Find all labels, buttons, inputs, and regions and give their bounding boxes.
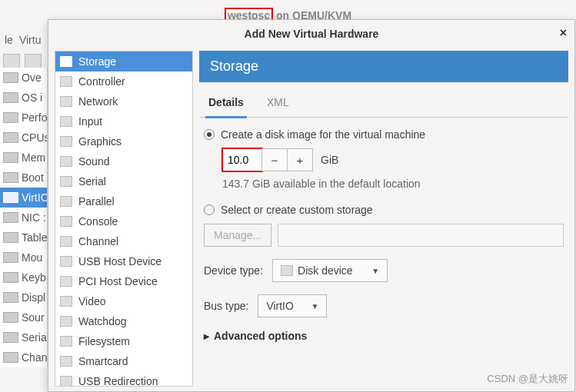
device-icon <box>3 112 18 123</box>
category-item[interactable]: Watchdog <box>55 311 192 331</box>
device-icon <box>3 292 18 303</box>
category-item[interactable]: Smartcard <box>55 351 192 371</box>
category-item[interactable]: Parallel <box>55 191 192 211</box>
category-icon <box>60 256 72 267</box>
hardware-category-list[interactable]: StorageControllerNetworkInputGraphicsSou… <box>55 51 193 387</box>
category-item[interactable]: Filesystem <box>55 331 192 351</box>
tab-xml[interactable]: XML <box>264 90 292 117</box>
create-disk-label: Create a disk image for the virtual mach… <box>221 128 425 141</box>
bulb-icon[interactable] <box>25 54 42 69</box>
parent-sidebar-item[interactable]: Ove <box>0 68 47 88</box>
category-icon <box>60 116 72 127</box>
category-icon <box>60 96 72 107</box>
size-unit: GiB <box>321 154 338 166</box>
monitor-icon[interactable] <box>3 54 20 69</box>
parent-sidebar-item[interactable]: Keyb <box>0 267 47 287</box>
parent-sidebar-item[interactable]: Displ <box>0 287 47 307</box>
category-icon <box>60 76 72 87</box>
parent-toolbar <box>3 54 42 69</box>
tab-bar: Details XML <box>199 90 568 118</box>
device-icon <box>3 352 18 363</box>
category-icon <box>60 136 72 147</box>
category-icon <box>60 156 72 167</box>
manage-button[interactable]: Manage... <box>204 224 271 247</box>
category-item[interactable]: Serial <box>55 171 192 191</box>
category-icon <box>60 376 72 387</box>
category-icon <box>60 196 72 207</box>
device-icon <box>3 132 18 143</box>
custom-storage-label: Select or create custom storage <box>221 204 373 216</box>
chevron-right-icon: ▸ <box>204 330 209 342</box>
section-header: Storage <box>199 51 568 82</box>
category-item[interactable]: Graphics <box>55 131 192 151</box>
device-icon <box>3 252 18 263</box>
parent-sidebar-item[interactable]: Perfo <box>0 108 47 128</box>
custom-storage-option[interactable]: Select or create custom storage <box>204 204 564 216</box>
tab-details[interactable]: Details <box>205 90 247 118</box>
radio-icon[interactable] <box>204 204 215 215</box>
device-icon <box>3 332 18 343</box>
category-icon <box>60 236 72 247</box>
parent-sidebar-item[interactable]: NIC : <box>0 208 47 228</box>
category-item[interactable]: Controller <box>55 71 192 91</box>
decrement-button[interactable]: − <box>261 148 288 171</box>
category-icon <box>60 356 72 367</box>
parent-sidebar-item[interactable]: OS i <box>0 88 47 108</box>
device-type-label: Device type: <box>204 264 263 277</box>
device-icon <box>3 192 18 203</box>
disk-size-input[interactable] <box>222 148 262 171</box>
disk-icon <box>281 265 293 276</box>
category-item[interactable]: Sound <box>55 151 192 171</box>
category-item[interactable]: USB Redirection <box>55 371 192 387</box>
parent-sidebar-item[interactable]: Mou <box>0 247 47 267</box>
advanced-options-expander[interactable]: ▸ Advanced options <box>204 330 564 342</box>
category-icon <box>60 276 72 287</box>
chevron-down-icon: ▼ <box>311 302 318 311</box>
category-item[interactable]: Console <box>55 211 192 231</box>
device-icon <box>3 232 18 243</box>
watermark: CSDN @是大姚呀 <box>487 372 568 386</box>
parent-sidebar-item[interactable]: CPUs <box>0 128 47 148</box>
category-icon <box>60 316 72 327</box>
parent-sidebar-item[interactable]: Boot <box>0 168 47 188</box>
available-space-hint: 143.7 GiB available in the default locat… <box>222 178 564 190</box>
dialog-title: Add New Virtual Hardware <box>245 28 379 40</box>
parent-sidebar-item[interactable]: Sour <box>0 307 47 327</box>
device-icon <box>3 92 18 103</box>
bus-type-dropdown[interactable]: VirtIO ▼ <box>258 294 327 317</box>
device-icon <box>3 212 18 223</box>
category-icon <box>60 296 72 307</box>
parent-sidebar-item[interactable]: Chan <box>0 347 47 367</box>
add-hardware-dialog: Add New Virtual Hardware × StorageContro… <box>48 19 575 392</box>
parent-sidebar: OveOS iPerfoCPUsMemBootVirtIONIC :TableM… <box>0 68 48 367</box>
category-item[interactable]: USB Host Device <box>55 251 192 271</box>
category-icon <box>60 336 72 347</box>
parent-sidebar-item[interactable]: Mem <box>0 148 47 168</box>
parent-sidebar-item[interactable]: VirtIO <box>0 188 47 208</box>
dialog-main: Storage Details XML Create a disk image … <box>193 46 574 387</box>
dialog-titlebar: Add New Virtual Hardware × <box>48 20 574 46</box>
category-item[interactable]: PCI Host Device <box>55 271 192 291</box>
category-item[interactable]: Storage <box>55 51 192 71</box>
parent-sidebar-item[interactable]: Seria <box>0 327 47 347</box>
parent-sidebar-item[interactable]: Table <box>0 228 47 247</box>
bus-type-label: Bus type: <box>204 300 248 312</box>
increment-button[interactable]: + <box>287 148 313 171</box>
category-item[interactable]: Video <box>55 291 192 311</box>
storage-form: Create a disk image for the virtual mach… <box>199 118 568 353</box>
device-icon <box>3 272 18 283</box>
device-icon <box>3 172 18 183</box>
device-icon <box>3 72 18 83</box>
create-disk-option[interactable]: Create a disk image for the virtual mach… <box>204 128 564 141</box>
category-item[interactable]: Input <box>55 111 192 131</box>
chevron-down-icon: ▼ <box>371 267 379 275</box>
parent-menubar: le Virtu <box>0 32 45 48</box>
radio-icon[interactable] <box>204 129 215 140</box>
category-item[interactable]: Network <box>55 91 192 111</box>
close-icon[interactable]: × <box>560 26 567 40</box>
device-icon <box>3 152 18 163</box>
device-type-dropdown[interactable]: Disk device ▼ <box>272 259 388 282</box>
custom-path-field[interactable] <box>278 224 564 247</box>
category-icon <box>60 176 72 187</box>
category-item[interactable]: Channel <box>55 231 192 251</box>
